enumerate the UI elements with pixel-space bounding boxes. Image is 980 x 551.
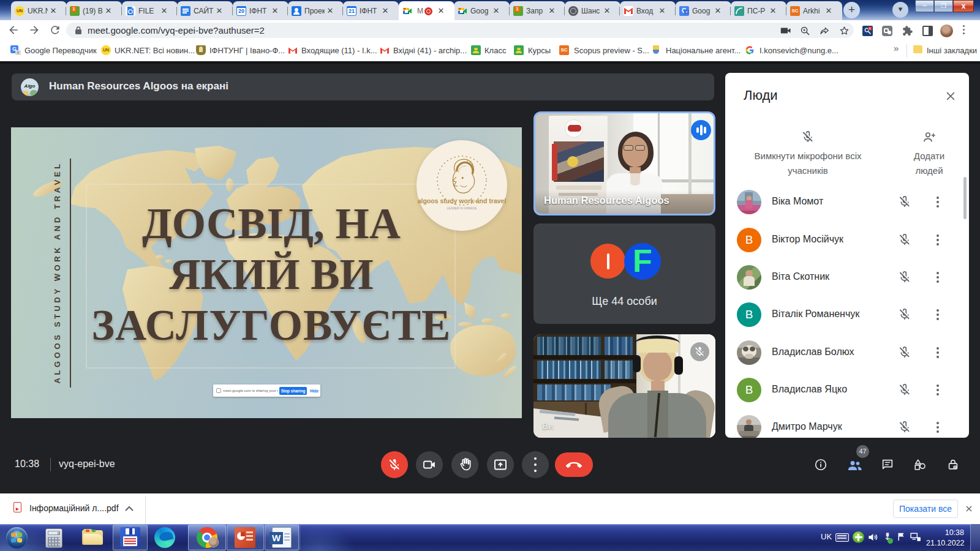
svg-text:algoos study work and travel: algoos study work and travel	[418, 197, 507, 204]
svg-text:LEADER IN GREECE: LEADER IN GREECE	[447, 206, 478, 210]
